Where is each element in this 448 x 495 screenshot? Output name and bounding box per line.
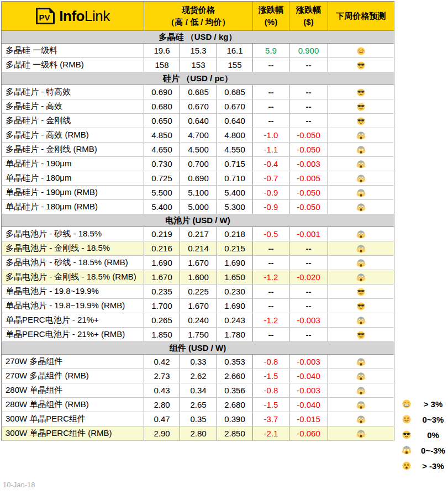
- section-title: 电池片 (USD / W): [2, 214, 394, 227]
- forecast-cell: [328, 426, 394, 441]
- legend-label: 0%: [416, 430, 448, 440]
- price-low-cell: 4.700: [180, 128, 217, 143]
- change-pct-cell: --: [253, 99, 289, 114]
- legend-item: 0~-3%: [402, 443, 448, 458]
- scream-emoji-icon: [356, 316, 366, 325]
- price-row: 单晶PERC电池片 - 21%+ (RMB)1.8501.7501.780---…: [2, 328, 394, 342]
- price-high-cell: 2.90: [144, 426, 180, 441]
- table-header-row: PV InfoLink 现货价格 （高 / 低 / 均价） 涨跌幅 (%) 涨跌…: [2, 2, 394, 31]
- scream-emoji-icon: [356, 259, 366, 268]
- forecast-cell: [328, 241, 394, 256]
- row-label: 单晶硅片 - 190μm (RMB): [2, 186, 144, 200]
- row-label: 多晶硅片 - 高效 (RMB): [2, 128, 144, 143]
- change-pct-cell: -3.7: [253, 412, 289, 426]
- scream-emoji-icon: [356, 357, 366, 367]
- change-usd-cell: --: [289, 299, 328, 313]
- forecast-cell: [328, 328, 394, 342]
- price-low-cell: 0.225: [180, 285, 217, 299]
- forecast-cell: [328, 299, 394, 313]
- forecast-cell: [328, 85, 394, 99]
- price-avg-cell: 1.690: [217, 299, 253, 313]
- change-pct-cell: --: [253, 58, 289, 72]
- row-label: 多晶电池片 - 砂线 - 18.5% (RMB): [2, 256, 144, 270]
- column-header-change-usd: 涨跌幅 ($): [289, 2, 328, 31]
- change-pct-cell: -0.8: [253, 383, 289, 398]
- change-pct-cell: -0.9: [253, 200, 289, 214]
- change-usd-cell: --: [289, 328, 328, 342]
- row-label: 多晶电池片 - 砂线 - 18.5%: [2, 227, 144, 241]
- price-row: 单晶硅片 - 180μm (RMB)5.4005.0005.300-0.9-0.…: [2, 200, 394, 214]
- cool-emoji-icon: [356, 88, 366, 97]
- price-high-cell: 0.47: [144, 412, 180, 426]
- change-usd-cell: -0.050: [289, 200, 328, 214]
- row-label: 单晶硅片 - 180μm (RMB): [2, 200, 144, 214]
- scream-emoji-icon: [356, 415, 366, 424]
- price-low-cell: 0.685: [180, 85, 217, 99]
- price-row: 多晶硅片 - 金刚线0.6500.6400.640----: [2, 114, 394, 128]
- forecast-cell: [328, 227, 394, 241]
- change-pct-cell: -2.1: [253, 426, 289, 441]
- price-low-cell: 2.80: [180, 426, 217, 441]
- row-label: 270W 多晶组件: [2, 355, 144, 369]
- section-header-row: 电池片 (USD / W): [2, 214, 394, 227]
- price-row: 单晶PERC电池片 - 21%+0.2650.2400.243-1.2-0.00…: [2, 313, 394, 328]
- forecast-legend: > 3%0~3%0%0~-3%> -3%: [402, 396, 448, 473]
- price-high-cell: 1.670: [144, 270, 180, 285]
- brand-name: InfoLink: [59, 9, 109, 23]
- price-avg-cell: 0.215: [217, 241, 253, 256]
- price-row: 300W 单晶PERC组件0.470.350.390-3.7-0.015: [2, 412, 394, 426]
- price-high-cell: 1.690: [144, 256, 180, 270]
- price-high-cell: 0.219: [144, 227, 180, 241]
- price-low-cell: 0.34: [180, 383, 217, 398]
- change-pct-cell: --: [253, 256, 289, 270]
- cool-emoji-icon: [356, 302, 366, 311]
- forecast-cell: [328, 369, 394, 383]
- price-row: 单晶电池片 - 19.8~19.9% (RMB)1.7001.6701.690-…: [2, 299, 394, 313]
- change-pct-cell: -0.4: [253, 157, 289, 171]
- change-usd-cell: -0.050: [289, 143, 328, 157]
- price-row: 多晶电池片 - 砂线 - 18.5% (RMB)1.6901.6701.690-…: [2, 256, 394, 270]
- change-usd-cell: -0.003: [289, 383, 328, 398]
- section-title: 多晶硅 （USD / kg）: [2, 31, 394, 44]
- price-high-cell: 0.690: [144, 85, 180, 99]
- smile-emoji-icon: [356, 46, 366, 56]
- pv-infolink-logo: PV InfoLink: [2, 7, 144, 25]
- price-low-cell: 0.690: [180, 171, 217, 186]
- price-low-cell: 2.65: [180, 398, 217, 412]
- price-high-cell: 4.850: [144, 128, 180, 143]
- change-usd-cell: -0.001: [289, 227, 328, 241]
- column-header-spot-price: 现货价格 （高 / 低 / 均价）: [144, 2, 253, 31]
- price-low-cell: 0.240: [180, 313, 217, 328]
- price-low-cell: 0.214: [180, 241, 217, 256]
- scream-emoji-icon: [356, 131, 366, 140]
- price-row: 多晶电池片 - 砂线 - 18.5%0.2190.2170.218-0.5-0.…: [2, 227, 394, 241]
- price-low-cell: 1.670: [180, 299, 217, 313]
- change-pct-cell: --: [253, 85, 289, 99]
- price-row: 单晶硅片 - 180μm0.7250.6900.710-0.7-0.005: [2, 171, 394, 186]
- scream-emoji-icon: [356, 429, 366, 439]
- change-usd-cell: -0.040: [289, 398, 328, 412]
- change-pct-cell: -1.5: [253, 398, 289, 412]
- change-usd-cell: 0.900: [289, 44, 328, 58]
- price-high-cell: 0.650: [144, 114, 180, 128]
- forecast-cell: [328, 143, 394, 157]
- forecast-cell: [328, 355, 394, 369]
- dizzy-emoji-icon: [402, 461, 412, 471]
- section-title: 硅片 （USD / pc）: [2, 72, 394, 85]
- change-usd-cell: -0.015: [289, 412, 328, 426]
- price-low-cell: 0.670: [180, 99, 217, 114]
- cool-emoji-icon: [402, 430, 412, 440]
- price-avg-cell: 0.356: [217, 383, 253, 398]
- change-usd-cell: -0.003: [289, 355, 328, 369]
- row-label: 280W 单晶组件 (RMB): [2, 398, 144, 412]
- row-label: 单晶电池片 - 19.8~19.9% (RMB): [2, 299, 144, 313]
- change-pct-cell: --: [253, 285, 289, 299]
- change-pct-cell: -0.8: [253, 355, 289, 369]
- change-usd-cell: --: [289, 285, 328, 299]
- forecast-cell: [328, 412, 394, 426]
- row-label: 多晶硅 一级料 (RMB): [2, 58, 144, 72]
- change-usd-cell: -0.020: [289, 270, 328, 285]
- cool-emoji-icon: [356, 102, 366, 112]
- row-label: 单晶电池片 - 19.8~19.9%: [2, 285, 144, 299]
- cool-emoji-icon: [356, 330, 366, 340]
